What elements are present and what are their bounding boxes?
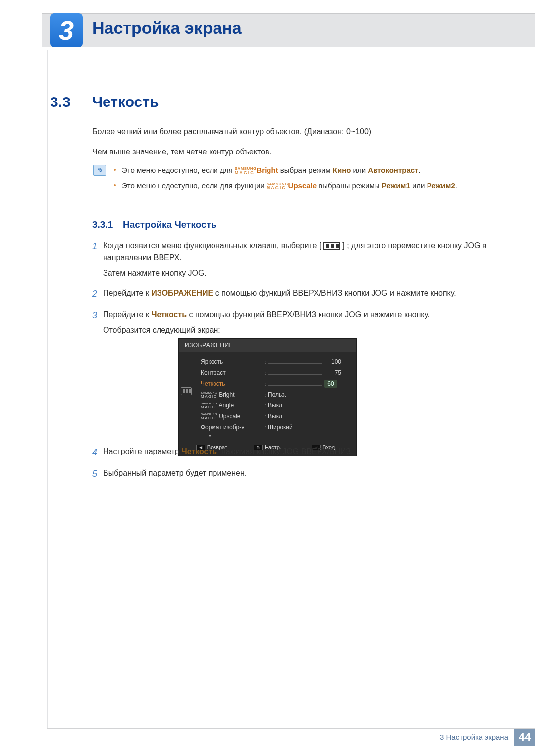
step-4: 4 Настройте параметр Четкость, нажимая к… bbox=[92, 446, 498, 459]
osd-value: 100 bbox=[324, 358, 341, 365]
menu-icon bbox=[323, 242, 340, 250]
section-para-2: Чем выше значение, тем четче контур объе… bbox=[92, 147, 498, 157]
osd-side-icon bbox=[181, 387, 192, 395]
step-3-sub: Отобразится следующий экран: bbox=[103, 324, 498, 337]
magic-bright-label: Bright bbox=[257, 166, 278, 174]
osd-row-sharpness: Четкость : 60 bbox=[184, 378, 351, 389]
osd-value: Польз. bbox=[268, 391, 286, 398]
osd-value-highlight: 60 bbox=[324, 380, 337, 388]
chapter-title: Настройка экрана bbox=[92, 18, 242, 38]
step-1-sub: Затем нажмите кнопку JOG. bbox=[103, 267, 498, 280]
step-3: 3 Перейдите к Четкость с помощью функций… bbox=[92, 309, 498, 337]
mode-1: Режим1 bbox=[382, 181, 410, 190]
samsung-magic-small-label: SAMSUNGMAGIC bbox=[201, 413, 217, 420]
step-number: 5 bbox=[92, 467, 103, 481]
osd-value: 75 bbox=[324, 369, 341, 376]
samsung-magic-label: SAMSUNG MAGIC bbox=[235, 167, 257, 174]
steps-list-continued: 4 Настройте параметр Четкость, нажимая к… bbox=[92, 446, 498, 489]
subsection-number: 3.3.1 bbox=[92, 219, 113, 230]
section-para-1: Более четкий или более расплывчатый конт… bbox=[92, 126, 498, 137]
osd-row-magic-angle: SAMSUNGMAGIC Angle : Выкл bbox=[184, 400, 351, 411]
note-item-1: Это меню недоступно, если для SAMSUNG MA… bbox=[114, 165, 498, 176]
footer-chapter-ref: 3 Настройка экрана bbox=[440, 733, 508, 741]
menu-image: ИЗОБРАЖЕНИЕ bbox=[151, 289, 213, 297]
osd-title: ИЗОБРАЖЕНИЕ bbox=[179, 339, 356, 352]
section-title: Четкость bbox=[92, 94, 159, 110]
note1-pre: Это меню недоступно, если для bbox=[122, 166, 235, 174]
chapter-number-box: 3 bbox=[50, 13, 83, 47]
osd-label-sharpness: Четкость bbox=[201, 380, 262, 387]
note2-pre: Это меню недоступно, если для функции bbox=[122, 181, 267, 190]
step-5: 5 Выбранный параметр будет применен. bbox=[92, 467, 498, 481]
step-1: 1 Когда появится меню функциональных кла… bbox=[92, 240, 498, 279]
osd-row-format: Формат изобр-я : Широкий bbox=[184, 422, 351, 433]
step-number: 4 bbox=[92, 446, 103, 459]
step-number: 1 bbox=[92, 240, 103, 279]
osd-row-contrast: Контраст : 75 bbox=[184, 367, 351, 378]
step-number: 3 bbox=[92, 309, 103, 337]
osd-row-magic-upscale: SAMSUNGMAGIC Upscale : Выкл bbox=[184, 411, 351, 422]
mode-autocontrast: Автоконтраст bbox=[368, 166, 418, 174]
step-2: 2 Перейдите к ИЗОБРАЖЕНИЕ с помощью функ… bbox=[92, 287, 498, 301]
mode-2: Режим2 bbox=[427, 181, 455, 190]
step-number: 2 bbox=[92, 287, 103, 301]
osd-label-contrast: Контраст bbox=[201, 369, 262, 376]
page-footer: 3 Настройка экрана 44 bbox=[47, 728, 535, 745]
osd-row-brightness: Яркость : 100 bbox=[184, 356, 351, 367]
steps-list: 1 Когда появится меню функциональных кла… bbox=[92, 240, 498, 345]
osd-row-magic-bright: SAMSUNGMAGIC Bright : Польз. bbox=[184, 389, 351, 400]
samsung-magic-small-label: SAMSUNGMAGIC bbox=[201, 392, 217, 398]
mode-kino: Кино bbox=[333, 166, 351, 174]
left-margin-rule bbox=[47, 50, 48, 728]
page-number: 44 bbox=[514, 729, 535, 746]
section-number: 3.3 bbox=[50, 94, 71, 110]
osd-label-format: Формат изобр-я bbox=[201, 424, 262, 431]
osd-value: Выкл bbox=[268, 402, 282, 409]
menu-sharpness: Четкость bbox=[151, 310, 187, 319]
note-list: Это меню недоступно, если для SAMSUNG MA… bbox=[114, 165, 498, 195]
samsung-magic-label: SAMSUNG MAGIC bbox=[267, 182, 288, 190]
samsung-magic-small-label: SAMSUNGMAGIC bbox=[201, 403, 217, 409]
note-icon: ✎ bbox=[93, 165, 106, 176]
slider-icon bbox=[268, 360, 322, 364]
chevron-down-icon: ▾ bbox=[184, 433, 351, 439]
slider-icon bbox=[268, 382, 322, 386]
osd-screenshot: ИЗОБРАЖЕНИЕ Яркость : 100 Контраст : 75 bbox=[178, 338, 357, 456]
osd-value: Широкий bbox=[268, 424, 293, 431]
note-item-2: Это меню недоступно, если для функции SA… bbox=[114, 180, 498, 192]
subsection-title: Настройка Четкость bbox=[123, 219, 217, 230]
slider-icon bbox=[268, 371, 322, 375]
osd-label-brightness: Яркость bbox=[201, 358, 262, 365]
param-sharpness: Четкость bbox=[181, 447, 217, 455]
osd-value: Выкл bbox=[268, 413, 282, 420]
magic-upscale-label: Upscale bbox=[288, 181, 317, 190]
